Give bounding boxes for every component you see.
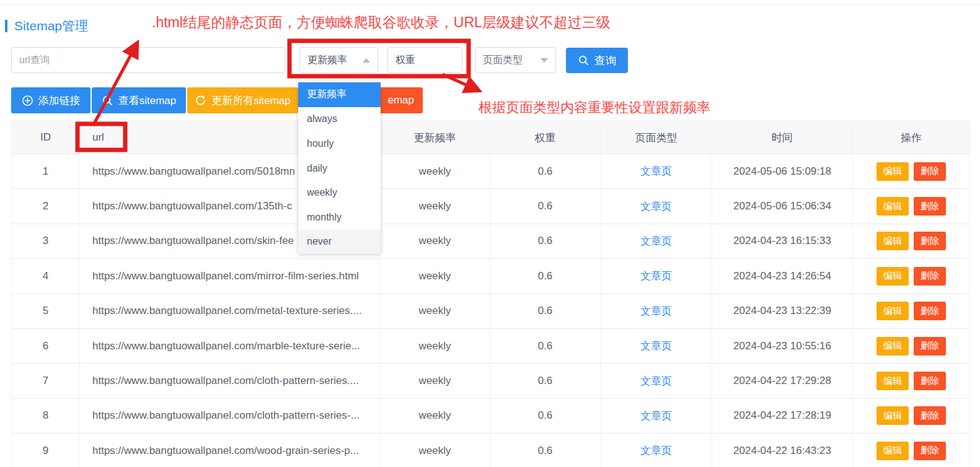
view-sitemap-label: 查看sitemap	[118, 94, 177, 108]
page-type-link[interactable]: 文章页	[640, 409, 672, 423]
occluded-sitemap-button-label: emap	[387, 94, 414, 107]
cell-id: 9	[12, 434, 80, 467]
cell-frequency: weekly	[380, 329, 490, 363]
edit-button[interactable]: 编辑	[876, 232, 909, 250]
cell-url: https://www.bangtuowallpanel.com/wood-gr…	[80, 434, 380, 467]
frequency-dropdown-option[interactable]: 更新频率	[298, 82, 381, 107]
cell-frequency: weekly	[380, 294, 490, 328]
page-type-link[interactable]: 文章页	[640, 199, 672, 214]
page-type-link[interactable]: 文章页	[640, 304, 672, 318]
delete-button[interactable]: 删除	[914, 337, 946, 356]
chevron-up-icon	[363, 58, 370, 63]
cell-id: 5	[12, 294, 80, 328]
cell-actions: 编辑删除	[853, 224, 969, 258]
frequency-dropdown: 更新频率alwayshourlydailyweeklymonthlynever	[298, 82, 381, 254]
cell-time: 2024-04-23 16:15:33	[712, 224, 853, 258]
delete-button[interactable]: 删除	[914, 302, 946, 320]
cell-page-type: 文章页	[601, 154, 712, 188]
column-header-weight[interactable]: 权重	[490, 121, 601, 154]
cell-actions: 编辑删除	[853, 294, 969, 328]
column-header-page-type[interactable]: 页面类型	[601, 121, 712, 154]
delete-button[interactable]: 删除	[914, 162, 946, 181]
url-search-input[interactable]: url查询	[11, 47, 285, 73]
edit-button[interactable]: 编辑	[876, 372, 909, 390]
cell-weight: 0.6	[490, 224, 601, 258]
delete-button[interactable]: 删除	[914, 442, 946, 460]
update-all-sitemap-button[interactable]: 更新所有sitemap	[187, 87, 298, 113]
cell-time: 2024-04-23 14:26:54	[712, 259, 853, 293]
edit-button[interactable]: 编辑	[876, 162, 909, 181]
column-header-id[interactable]: ID	[12, 121, 80, 154]
weight-input[interactable]: 权重	[387, 47, 462, 73]
cell-weight: 0.6	[490, 364, 601, 398]
cell-id: 6	[12, 329, 80, 363]
page-type-link[interactable]: 文章页	[640, 269, 672, 283]
cell-frequency: weekly	[380, 364, 490, 398]
frequency-dropdown-option[interactable]: monthly	[298, 205, 381, 230]
view-sitemap-button[interactable]: 查看sitemap	[92, 87, 186, 113]
search-button[interactable]: 查询	[566, 48, 628, 73]
cell-url: https://www.bangtuowallpanel.com/cloth-p…	[80, 399, 380, 433]
edit-button[interactable]: 编辑	[876, 302, 909, 320]
table-row: 7https://www.bangtuowallpanel.com/cloth-…	[12, 364, 969, 398]
cell-weight: 0.6	[490, 259, 601, 293]
page-type-link[interactable]: 文章页	[640, 443, 672, 458]
page-type-select[interactable]: 页面类型	[475, 47, 556, 73]
page-type-link[interactable]: 文章页	[640, 164, 672, 178]
cell-time: 2024-04-22 17:28:19	[712, 399, 853, 433]
delete-button[interactable]: 删除	[914, 267, 946, 286]
cell-weight: 0.6	[490, 294, 601, 328]
cell-id: 1	[12, 154, 80, 188]
frequency-dropdown-option[interactable]: daily	[298, 156, 381, 181]
table-row: 6https://www.bangtuowallpanel.com/marble…	[12, 329, 969, 364]
cell-id: 4	[12, 259, 80, 293]
cell-actions: 编辑删除	[853, 189, 969, 223]
delete-button[interactable]: 删除	[914, 372, 946, 390]
add-link-button[interactable]: 添加链接	[11, 87, 90, 113]
edit-button[interactable]: 编辑	[876, 442, 909, 460]
edit-button[interactable]: 编辑	[876, 406, 909, 425]
frequency-dropdown-option[interactable]: always	[298, 107, 381, 132]
cell-weight: 0.6	[490, 154, 601, 188]
cell-time: 2024-04-22 17:29:28	[712, 364, 853, 398]
page-type-link[interactable]: 文章页	[640, 339, 672, 353]
cell-page-type: 文章页	[601, 329, 712, 363]
cell-url: https://www.bangtuowallpanel.com/cloth-p…	[80, 364, 380, 398]
chevron-down-icon	[541, 58, 548, 63]
cell-frequency: weekly	[380, 259, 490, 293]
edit-button[interactable]: 编辑	[876, 197, 909, 216]
annotation-note-top: .html结尾的静态页面，方便蜘蛛爬取谷歌收录，URL层级建议不超过三级	[152, 13, 611, 32]
page-type-link[interactable]: 文章页	[640, 234, 672, 248]
cell-id: 8	[12, 399, 80, 433]
frequency-select[interactable]: 更新频率	[299, 47, 378, 73]
cell-id: 7	[12, 364, 80, 398]
cell-time: 2024-04-23 13:22:39	[712, 294, 853, 328]
page-title: Sitemap管理	[14, 17, 88, 35]
column-header-actions: 操作	[853, 121, 969, 154]
circle-plus-icon	[22, 95, 33, 107]
cell-actions: 编辑删除	[853, 364, 969, 398]
edit-button[interactable]: 编辑	[876, 267, 909, 286]
table-row: 3https://www.bangtuowallpanel.com/skin-f…	[12, 224, 969, 259]
column-header-time[interactable]: 时间	[712, 121, 853, 154]
column-header-frequency[interactable]: 更新频率	[380, 121, 490, 154]
cell-frequency: weekly	[380, 189, 490, 223]
frequency-dropdown-option[interactable]: never	[298, 230, 381, 255]
frequency-dropdown-option[interactable]: weekly	[298, 180, 381, 205]
table-body: 1https://www.bangtuowallpanel.com/5018mn…	[12, 154, 969, 467]
add-link-label: 添加链接	[38, 94, 81, 108]
table-row: 8https://www.bangtuowallpanel.com/cloth-…	[12, 399, 969, 434]
delete-button[interactable]: 删除	[914, 197, 946, 216]
cell-page-type: 文章页	[601, 259, 712, 293]
edit-button[interactable]: 编辑	[876, 337, 909, 356]
delete-button[interactable]: 删除	[914, 232, 946, 250]
sitemap-table: ID url 更新频率 权重 页面类型 时间 操作 1https://www.b…	[11, 121, 970, 467]
page-type-link[interactable]: 文章页	[640, 374, 672, 388]
cell-page-type: 文章页	[601, 224, 712, 258]
cell-page-type: 文章页	[601, 434, 712, 467]
table-row: 5https://www.bangtuowallpanel.com/metal-…	[12, 294, 969, 329]
delete-button[interactable]: 删除	[914, 406, 946, 425]
table-row: 4https://www.bangtuowallpanel.com/mirror…	[12, 259, 969, 294]
refresh-icon	[195, 95, 206, 107]
frequency-dropdown-option[interactable]: hourly	[298, 131, 381, 156]
